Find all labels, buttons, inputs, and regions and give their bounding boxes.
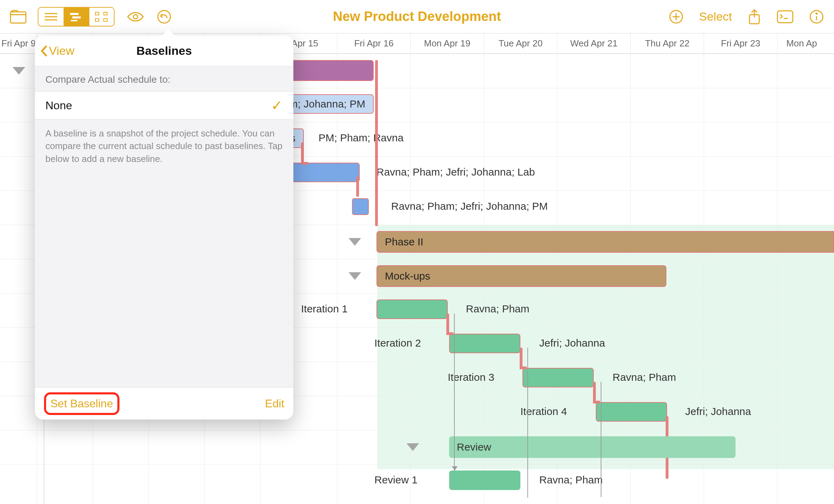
disclosure-icon[interactable] [349, 238, 361, 246]
svg-point-11 [133, 15, 138, 19]
task-bar[interactable] [596, 402, 667, 422]
svg-rect-6 [71, 20, 77, 21]
date-cell: Fri Apr 23 [704, 34, 777, 53]
svg-rect-7 [95, 12, 99, 15]
task-assignees: Ravna; Pham [613, 371, 676, 383]
share-icon[interactable] [747, 8, 761, 25]
date-cell: Thu Apr 22 [630, 34, 704, 53]
seg-list[interactable] [38, 8, 64, 26]
task-label: Mock-ups [385, 270, 430, 282]
disclosure-icon[interactable] [349, 272, 361, 280]
info-icon[interactable] [809, 9, 824, 24]
date-cell: Fri Apr 9 [0, 34, 37, 53]
task-assignees: Jefri; Johanna [685, 406, 751, 417]
svg-rect-9 [104, 12, 107, 15]
task-assignees: Ravna; Pham [466, 303, 529, 315]
document-title[interactable]: New Product Development [333, 9, 501, 24]
back-button[interactable]: View [35, 44, 74, 58]
checkmark-icon: ✓ [271, 97, 283, 113]
task-assignees: Ravna; Pham; Jefri; Johanna; Lab [376, 166, 535, 178]
task-bar[interactable] [522, 368, 594, 387]
section-label: Compare Actual schedule to: [35, 66, 293, 91]
view-mode-segment[interactable] [38, 7, 115, 27]
view-options-icon[interactable] [126, 10, 145, 24]
toolbar: New Product Development Select [0, 0, 834, 34]
baseline-description: A baseline is a snapshot of the project … [35, 119, 293, 173]
task-bar-phase[interactable]: Phase II [376, 231, 834, 253]
date-cell: Tue Apr 20 [484, 34, 557, 53]
baseline-option-none[interactable]: None ✓ [35, 91, 293, 119]
baselines-popover: View Baselines Compare Actual schedule t… [35, 36, 293, 420]
task-bar[interactable] [449, 334, 520, 353]
task-bar-group[interactable]: Mock-ups [376, 265, 666, 287]
date-cell: Mon Apr 19 [410, 34, 484, 53]
documents-icon[interactable] [10, 10, 27, 24]
svg-point-12 [158, 10, 170, 23]
task-assignees: Jefri; Johanna [539, 337, 605, 349]
disclosure-icon[interactable] [13, 67, 25, 75]
task-label: Phase II [385, 236, 423, 248]
back-label: View [49, 44, 74, 58]
console-icon[interactable] [777, 10, 793, 23]
seg-gantt[interactable] [64, 8, 89, 26]
select-button[interactable]: Select [699, 10, 732, 23]
popover-title: Baselines [137, 44, 192, 58]
task-bar[interactable] [449, 470, 520, 490]
undo-icon[interactable] [156, 9, 172, 24]
task-label: Review [457, 441, 491, 453]
task-bar[interactable] [376, 299, 448, 319]
set-baseline-button[interactable]: Set Baseline [44, 392, 119, 415]
date-cell: Wed Apr 21 [557, 34, 630, 53]
task-label: Iteration 3 [448, 371, 494, 383]
svg-rect-10 [104, 18, 107, 21]
svg-rect-18 [777, 11, 793, 23]
task-label: Iteration 1 [301, 303, 348, 315]
disclosure-icon[interactable] [407, 443, 419, 451]
seg-network[interactable] [89, 8, 114, 26]
task-assignees: PM; Pham; Ravna [319, 132, 403, 144]
date-cell: Fri Apr 16 [337, 34, 410, 53]
task-bar-group[interactable]: Review [449, 436, 736, 458]
svg-point-21 [816, 13, 817, 14]
date-cell: Mon Ap [777, 34, 826, 53]
task-label: Review 1 [374, 474, 417, 486]
svg-rect-4 [70, 13, 79, 15]
edit-button[interactable]: Edit [265, 397, 284, 410]
option-label: None [45, 99, 72, 112]
task-assignees: Ravna; Pham [539, 474, 603, 486]
add-icon[interactable] [668, 9, 684, 24]
svg-rect-0 [10, 12, 26, 23]
svg-rect-8 [95, 18, 99, 21]
milestone[interactable] [352, 198, 369, 215]
task-label: Iteration 2 [374, 337, 421, 349]
task-assignees: Ravna; Pham; Jefri; Johanna; PM [391, 200, 548, 212]
svg-rect-5 [72, 16, 81, 18]
